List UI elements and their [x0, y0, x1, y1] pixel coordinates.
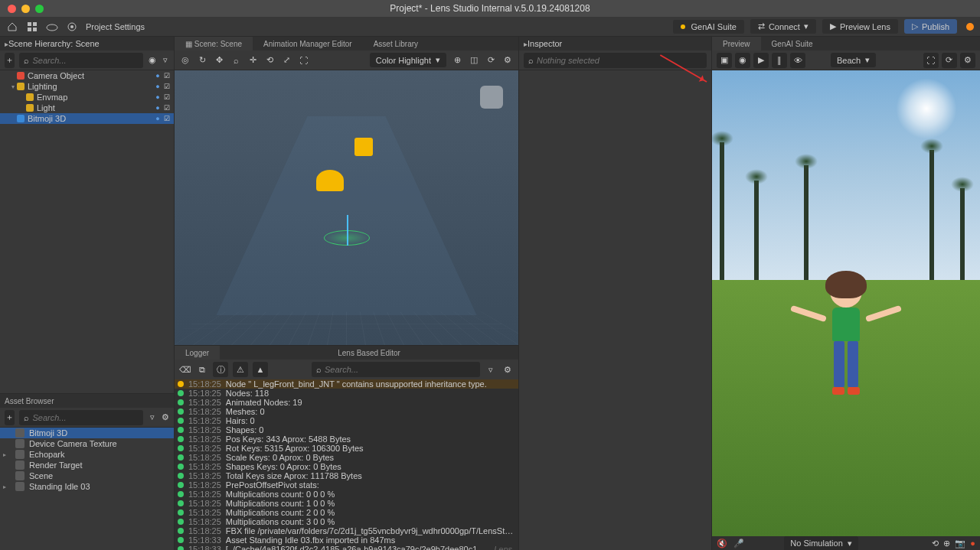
log-line: 15:18:25Shapes Keys: 0 Aprox: 0 Bytes	[175, 462, 518, 471]
device-icon[interactable]: ▣	[717, 53, 732, 68]
pause-icon[interactable]: ‖	[772, 53, 787, 68]
project-settings-label[interactable]: Project Settings	[86, 22, 145, 31]
maximize-window[interactable]	[35, 5, 44, 13]
snapshot-icon[interactable]: 📷	[955, 539, 965, 548]
cloud-icon[interactable]	[46, 21, 58, 33]
camera-gizmo-icon[interactable]	[354, 138, 373, 156]
settings-icon[interactable]	[66, 21, 78, 33]
connect-dropdown[interactable]: ⇄Connect▾	[750, 19, 816, 34]
expand-icon[interactable]: ⛶	[923, 53, 939, 68]
play-icon[interactable]: ▶	[753, 53, 769, 68]
scene-tab[interactable]: Animation Manager Editor	[253, 37, 363, 50]
palm-tree	[754, 181, 759, 280]
asset-search[interactable]: ⌕	[19, 410, 143, 425]
simulation-dropdown[interactable]: No Simulation▾	[784, 536, 858, 551]
close-window[interactable]	[8, 5, 16, 13]
hierarchy-item[interactable]: Camera Object●☑	[0, 70, 174, 81]
gear-icon[interactable]: ⚙	[161, 412, 169, 424]
log-line: 15:18:25Node " L_legFront_bind_JNT " con…	[175, 379, 518, 389]
light-gizmo-icon[interactable]	[316, 170, 344, 191]
reset-icon[interactable]: ⟲	[932, 539, 939, 548]
copy-log-icon[interactable]: ⧉	[196, 363, 208, 376]
scene-tab[interactable]: Asset Library	[363, 37, 429, 50]
asset-item[interactable]: Render Target	[0, 460, 174, 470]
log-line: 15:18:25Hairs: 0	[175, 416, 518, 425]
error-filter-icon[interactable]: ▲	[253, 362, 268, 377]
log-line: 15:18:25Total Keys size Aprox: 111788 By…	[175, 471, 518, 480]
locate-icon[interactable]: ⊕	[451, 54, 463, 67]
hierarchy-item[interactable]: Bitmoji 3D●☑	[0, 113, 174, 124]
clear-log-icon[interactable]: ⌫	[179, 363, 191, 376]
hierarchy-search[interactable]: ⌕	[19, 53, 143, 68]
hierarchy-search-input[interactable]	[32, 56, 139, 65]
asset-item[interactable]: ▸Standing Idle 03	[0, 481, 174, 492]
search-icon: ⌕	[528, 56, 534, 65]
filter-icon[interactable]: ▿	[148, 412, 156, 424]
target-icon[interactable]: ⊕	[943, 539, 950, 548]
add-object-button[interactable]: ＋	[5, 53, 15, 68]
logger-tab[interactable]: Lens Based Editor	[327, 346, 411, 360]
move-tool-icon[interactable]: ✛	[247, 54, 259, 67]
preview-tabs: PreviewGenAI Suite	[712, 37, 980, 50]
preview-viewport[interactable]	[712, 70, 980, 536]
gear-icon[interactable]: ⚙	[960, 53, 975, 68]
asset-item[interactable]: Device Camera Texture	[0, 438, 174, 449]
main-toolbar: Project Settings GenAI Suite ⇄Connect▾ ▶…	[0, 17, 980, 37]
hierarchy-item[interactable]: Envmap●☑	[0, 92, 174, 103]
logger-search[interactable]: ⌕	[312, 362, 480, 377]
preview-scene-dropdown[interactable]: Beach▾	[831, 53, 876, 67]
filter-icon[interactable]: ▿	[485, 363, 497, 376]
refresh-icon[interactable]: ⟳	[942, 53, 957, 68]
logger-search-input[interactable]	[325, 365, 475, 374]
hierarchy-item[interactable]: Light●☑	[0, 103, 174, 113]
minimize-window[interactable]	[21, 5, 30, 13]
logger-tab[interactable]: Logger	[175, 346, 220, 360]
hierarchy-item[interactable]: ▾Lighting●☑	[0, 81, 174, 92]
apps-icon[interactable]	[26, 21, 38, 33]
home-icon[interactable]	[6, 21, 18, 33]
palm-tree	[804, 165, 808, 280]
asset-item[interactable]: ▸Echopark	[0, 449, 174, 460]
camera-tool-icon[interactable]: ◎	[179, 54, 191, 67]
preview-lens-button[interactable]: ▶Preview Lens	[822, 19, 898, 34]
inspector-body	[519, 70, 711, 550]
preview-tab[interactable]: Preview	[712, 37, 761, 50]
scene-tab[interactable]: ▦ Scene: Scene	[175, 37, 253, 50]
pan-icon[interactable]: ✥	[213, 54, 225, 67]
scale-tool-icon[interactable]: ⤢	[280, 54, 292, 67]
shading-dropdown[interactable]: Color Highlight▾	[370, 53, 446, 67]
svg-point-4	[47, 24, 57, 31]
asset-list: Bitmoji 3DDevice Camera Texture▸Echopark…	[0, 428, 174, 550]
center-tabs: ▦ Scene: SceneAnimation Manager EditorAs…	[175, 37, 518, 50]
rec-icon[interactable]: ●	[970, 539, 975, 548]
info-filter-icon[interactable]: ⓘ	[213, 362, 228, 377]
refresh-icon[interactable]: ⟳	[485, 54, 497, 67]
publish-button[interactable]: ▷Publish	[904, 19, 957, 34]
filter-icon[interactable]: ▿	[161, 54, 169, 67]
asset-item[interactable]: Bitmoji 3D	[0, 428, 174, 438]
transform-gizmo[interactable]	[324, 230, 370, 246]
mute-icon[interactable]: 🔇	[717, 539, 727, 548]
rect-tool-icon[interactable]: ⛶	[297, 54, 309, 67]
preview-tab[interactable]: GenAI Suite	[761, 37, 824, 50]
visibility-toggle-icon[interactable]: ◉	[148, 54, 156, 67]
capture-icon[interactable]: ◉	[735, 53, 750, 68]
zoom-icon[interactable]: ⌕	[230, 54, 242, 67]
log-line: 15:18:25Multiplications count: 3 0 0 %	[175, 517, 518, 526]
scene-viewport[interactable]	[175, 70, 518, 345]
view-cube-icon[interactable]: ◫	[468, 54, 480, 67]
rotate-tool-icon[interactable]: ⟲	[263, 54, 276, 67]
genai-suite-button[interactable]: GenAI Suite	[673, 20, 744, 34]
eye-icon[interactable]: 👁	[790, 53, 805, 68]
gear-icon[interactable]: ⚙	[501, 363, 514, 376]
asset-search-input[interactable]	[32, 413, 139, 422]
add-asset-button[interactable]: ＋	[5, 410, 15, 425]
mic-icon[interactable]: 🎤	[733, 539, 744, 548]
log-line: 15:18:25Nodes: 118	[175, 389, 518, 398]
warn-filter-icon[interactable]: ⚠	[233, 362, 248, 377]
orbit-icon[interactable]: ↻	[196, 54, 208, 67]
notification-icon[interactable]	[966, 23, 974, 31]
gear-icon[interactable]: ⚙	[501, 54, 514, 67]
asset-item[interactable]: Scene	[0, 470, 174, 481]
log-line: 15:18:25Multiplications count: 2 0 0 %	[175, 508, 518, 517]
